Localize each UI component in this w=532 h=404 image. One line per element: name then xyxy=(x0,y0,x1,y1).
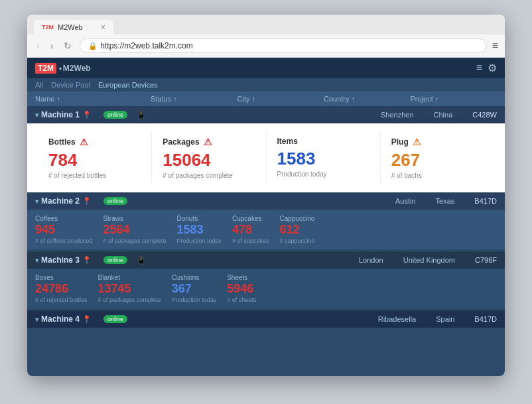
browser-chrome: T2M M2Web × xyxy=(27,15,505,34)
machine-2-data-row: Coffees 945 # of coffees produced Straws… xyxy=(27,210,505,249)
settings-icon[interactable]: ⚙ xyxy=(488,62,497,74)
breadcrumb-all[interactable]: All xyxy=(35,81,43,89)
machine-4-name: Machine 4 xyxy=(41,314,80,324)
phone-icon: 📱 xyxy=(137,111,146,119)
card-plug-title: Plug ⚠ xyxy=(391,137,484,147)
machine-3-row[interactable]: ▾ Machine 3 📍 online 📱 London United Kin… xyxy=(27,251,505,269)
machine-3-project: C796F xyxy=(475,256,497,264)
browser-menu-icon[interactable]: ≡ xyxy=(492,40,498,52)
browser-tab[interactable]: T2M M2Web × xyxy=(34,20,113,34)
breadcrumb-device-pool[interactable]: Device Pool xyxy=(51,81,90,89)
alert-orange-icon: ⚠ xyxy=(413,137,421,147)
col-project[interactable]: Project ↑ xyxy=(411,95,498,103)
card-packages: Packages ⚠ 15064 # of packages complete xyxy=(152,131,266,184)
table-header: Name ↑ Status ↑ City ↑ Country ↑ Project… xyxy=(27,92,505,106)
breadcrumb-european-devices[interactable]: European Devices xyxy=(98,81,158,89)
list-icon[interactable]: ≡ xyxy=(476,62,482,74)
card-packages-value: 15064 xyxy=(163,150,255,170)
machine-3-data-row: Boxes 24786 # of rejected bottles Blanke… xyxy=(27,269,505,308)
mini-card-boxes: Boxes 24786 # of rejected bottles xyxy=(35,274,88,303)
card-plug: Plug ⚠ 267 # of bachs xyxy=(381,131,494,184)
col-country[interactable]: Country ↑ xyxy=(324,95,411,103)
machine-1-country: China xyxy=(434,111,453,119)
col-name[interactable]: Name ↑ xyxy=(35,95,151,103)
machine-4-city: Ribadesella xyxy=(378,315,416,323)
col-city[interactable]: City ↑ xyxy=(237,95,324,103)
chevron-down-icon-4: ▾ xyxy=(35,316,38,323)
pin-icon-2: 📍 xyxy=(82,197,92,206)
pin-icon-3: 📍 xyxy=(82,256,92,265)
machine-2-city: Austin xyxy=(395,197,416,205)
app-content: T2M • M2Web ≡ ⚙ All Device Pool European… xyxy=(27,58,505,376)
machine-1-name: Machine 1 xyxy=(41,110,80,119)
machine-4-country: Spain xyxy=(436,315,454,323)
machine-2-status: online xyxy=(103,197,127,205)
col-status[interactable]: Status ↑ xyxy=(151,95,237,103)
app-logo: T2M • M2Web xyxy=(35,63,91,74)
forward-button[interactable]: › xyxy=(48,39,56,52)
pin-icon: 📍 xyxy=(82,111,92,119)
machine-4-row[interactable]: ▾ Machine 4 📍 online Ribadesella Spain B… xyxy=(27,310,505,328)
machine-3-status: online xyxy=(103,256,127,264)
app-header-right: ≡ ⚙ xyxy=(476,62,497,74)
logo-name: M2Web xyxy=(63,64,91,73)
browser-window: T2M M2Web × ‹ › ↻ 🔒 https://m2web.talk2m… xyxy=(27,15,505,376)
pin-icon-4: 📍 xyxy=(82,315,92,324)
card-bottles-title: Bottles ⚠ xyxy=(48,137,141,147)
lock-icon: 🔒 xyxy=(88,42,98,50)
alert-red-icon-2: ⚠ xyxy=(204,137,212,147)
mini-card-straws: Straws 2564 # of packages complete xyxy=(103,215,166,244)
machine-2-country: Texas xyxy=(436,197,455,205)
card-bottles: Bottles ⚠ 784 # of rejected bottles xyxy=(38,131,152,184)
machine-2-project: B417D xyxy=(474,197,497,205)
machine-3-country: United Kingdom xyxy=(403,256,455,264)
machine-3-label: ▾ Machine 3 📍 xyxy=(35,255,92,265)
machine-1-city: Shenzhen xyxy=(381,111,414,119)
machine-1-status: online xyxy=(103,111,127,119)
chevron-down-icon: ▾ xyxy=(35,111,38,119)
mini-card-cappuccino: Cappuccino 612 # cappuccino xyxy=(280,215,315,244)
browser-tabs: T2M M2Web × xyxy=(34,20,498,34)
mini-card-sheets: Sheets 5946 # of sheets xyxy=(227,274,256,303)
card-items-title: Items xyxy=(277,137,369,146)
chevron-down-icon-3: ▾ xyxy=(35,257,38,264)
mini-card-blanket: Blanket 13745 # of packages complete xyxy=(98,274,161,303)
mini-card-donuts: Donuts 1583 Production today xyxy=(176,215,222,244)
browser-toolbar: ‹ › ↻ 🔒 https://m2web.talk2m.com ≡ xyxy=(27,34,505,58)
mini-card-cupcakes: Cupcakes 478 # of cupcakes xyxy=(232,215,269,244)
card-items: Items 1583 Production today xyxy=(267,131,381,184)
machine-4-label: ▾ Machine 4 📍 xyxy=(35,314,92,324)
app-header: T2M • M2Web ≡ ⚙ xyxy=(27,58,505,78)
machine-2-row[interactable]: ▾ Machine 2 📍 online Austin Texas B417D xyxy=(27,192,505,210)
breadcrumb: All Device Pool European Devices xyxy=(27,78,505,92)
machine-3-city: London xyxy=(359,256,383,264)
address-bar[interactable]: 🔒 https://m2web.talk2m.com xyxy=(80,38,486,53)
machine-1-project: C428W xyxy=(472,111,497,119)
back-button[interactable]: ‹ xyxy=(34,39,42,52)
tab-close-button[interactable]: × xyxy=(101,23,105,32)
machine-3-info: London United Kingdom C796F xyxy=(359,256,497,264)
alert-red-icon: ⚠ xyxy=(80,137,88,147)
machine-1-label: ▾ Machine 1 📍 xyxy=(35,110,92,119)
machine-4-project: B417D xyxy=(474,315,497,323)
machine-2-info: Austin Texas B417D xyxy=(395,197,497,205)
chevron-down-icon-2: ▾ xyxy=(35,198,38,205)
machine-1-info: Shenzhen China C428W xyxy=(381,111,497,119)
card-bottles-subtitle: # of rejected bottles xyxy=(48,172,141,179)
refresh-button[interactable]: ↻ xyxy=(61,39,74,52)
machine-1-data-strip: Bottles ⚠ 784 # of rejected bottles Pack… xyxy=(27,123,505,192)
card-packages-subtitle: # of packages complete xyxy=(163,172,255,179)
logo-badge: T2M xyxy=(35,63,56,74)
card-packages-title: Packages ⚠ xyxy=(163,137,255,147)
machine-1-row[interactable]: ▾ Machine 1 📍 online 📱 Shenzhen China C4… xyxy=(27,106,505,123)
tab-favicon: T2M xyxy=(42,24,54,31)
tab-title: M2Web xyxy=(58,23,83,31)
card-plug-subtitle: # of bachs xyxy=(391,172,484,179)
machine-3-name: Machine 3 xyxy=(41,255,80,265)
machine-2-label: ▾ Machine 2 📍 xyxy=(35,196,92,206)
card-items-value: 1583 xyxy=(277,149,369,169)
card-plug-value: 267 xyxy=(391,150,484,170)
phone-icon-3: 📱 xyxy=(137,256,146,265)
mini-card-coffees: Coffees 945 # of coffees produced xyxy=(35,215,92,244)
mini-card-cushions: Cushions 367 Production today xyxy=(172,274,217,303)
